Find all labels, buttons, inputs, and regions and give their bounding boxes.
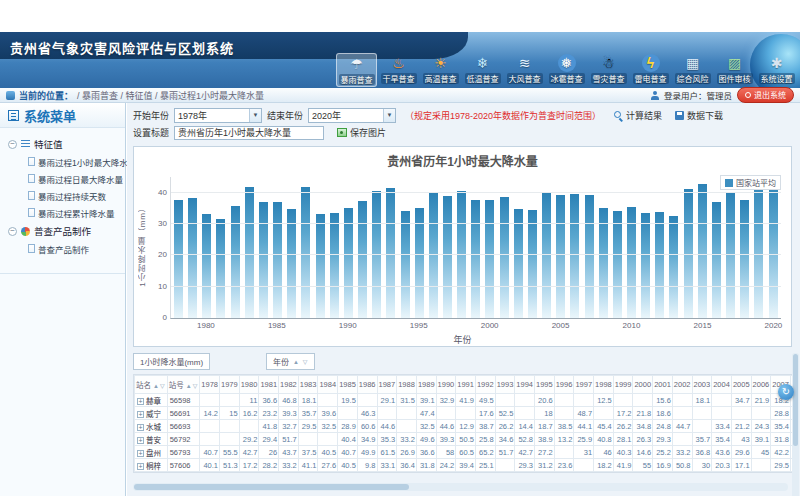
col-header-year[interactable]: 1979	[220, 376, 240, 394]
end-year-select[interactable]: 2020年▼	[308, 108, 396, 123]
col-header-year[interactable]: 1987	[377, 376, 397, 394]
col-header-year[interactable]: 1988	[397, 376, 417, 394]
bar-1989[interactable]	[330, 213, 339, 318]
col-header-year[interactable]: 1989	[416, 376, 436, 394]
bar-2001[interactable]	[500, 197, 509, 318]
nav-item-hot[interactable]: ☀高温普查	[420, 53, 461, 87]
bar-1987[interactable]	[301, 187, 310, 318]
expand-icon[interactable]: +	[137, 437, 144, 444]
col-header-year[interactable]: 2005	[731, 376, 751, 394]
bar-1979[interactable]	[188, 198, 197, 318]
tree-item[interactable]: 普查产品制作	[6, 240, 123, 257]
bar-2012[interactable]	[655, 212, 664, 319]
expand-icon[interactable]: +	[137, 411, 144, 418]
bar-1986[interactable]	[287, 209, 296, 318]
col-header-year[interactable]: 2002	[672, 376, 692, 394]
col-header-year[interactable]: 1986	[357, 376, 377, 394]
bar-1993[interactable]	[386, 188, 395, 318]
nav-item-cold[interactable]: ❄低温普查	[462, 53, 503, 87]
col-header-year[interactable]: 1990	[436, 376, 456, 394]
expand-icon[interactable]: +	[137, 450, 144, 457]
tree-group[interactable]: −特征值	[6, 134, 123, 153]
bar-1999[interactable]	[471, 200, 480, 318]
nav-item-risk[interactable]: ▦综合风险	[672, 53, 713, 87]
sort-icons[interactable]: ▲ ▽	[293, 358, 308, 365]
bar-1980[interactable]	[202, 214, 211, 318]
tree-item[interactable]: 暴雨过程持续天数	[6, 187, 123, 204]
measure-field-chip[interactable]: 1小时降水量(mm)	[133, 353, 210, 370]
bar-1991[interactable]	[358, 201, 367, 318]
bar-2016[interactable]	[712, 202, 721, 318]
bar-1981[interactable]	[216, 219, 225, 318]
station-name-cell[interactable]: +赫章	[135, 394, 168, 407]
station-name-cell[interactable]: +水城	[135, 420, 168, 433]
bar-2018[interactable]	[740, 200, 749, 318]
col-header-year[interactable]: 1999	[613, 376, 633, 394]
column-field-chip[interactable]: 年份▲ ▽	[266, 353, 315, 370]
col-header-year[interactable]: 1984	[318, 376, 338, 394]
bar-1997[interactable]	[443, 196, 452, 318]
col-header-year[interactable]: 1996	[554, 376, 574, 394]
collapse-icon[interactable]: −	[8, 227, 17, 236]
bar-1988[interactable]	[316, 214, 325, 318]
nav-item-snow[interactable]: ☃雪灾普查	[588, 53, 629, 87]
bar-2002[interactable]	[514, 209, 523, 318]
col-header-year[interactable]: 1980	[239, 376, 259, 394]
col-header-year[interactable]: 2006	[751, 376, 771, 394]
expand-icon[interactable]: +	[137, 424, 144, 431]
bar-1983[interactable]	[245, 187, 254, 318]
bar-1978[interactable]	[174, 200, 183, 318]
vertical-scrollbar[interactable]	[792, 353, 799, 496]
col-header-站号[interactable]: 站号 ▲▽	[167, 376, 200, 394]
col-header-year[interactable]: 1995	[535, 376, 555, 394]
sort-icons[interactable]: ▲▽	[153, 383, 166, 389]
tree-item[interactable]: 暴雨过程1小时最大降水量	[6, 153, 123, 170]
bar-2009[interactable]	[613, 211, 622, 318]
sort-icons[interactable]: ▲▽	[186, 383, 199, 389]
bar-2008[interactable]	[599, 208, 608, 318]
col-header-year[interactable]: 1998	[594, 376, 614, 394]
nav-item-settings[interactable]: ✱系统设置	[756, 53, 797, 87]
nav-item-lightning[interactable]: ϟ雷电普查	[630, 53, 671, 87]
start-year-select[interactable]: 1978年▼	[174, 108, 262, 123]
station-name-cell[interactable]: +威宁	[135, 407, 168, 420]
col-header-year[interactable]: 1983	[298, 376, 318, 394]
station-name-cell[interactable]: +盘州	[135, 446, 168, 459]
data-download-button[interactable]: 数据下载	[675, 109, 723, 122]
col-header-year[interactable]: 1997	[574, 376, 594, 394]
collapse-icon[interactable]: −	[8, 140, 17, 149]
expand-icon[interactable]: +	[137, 463, 144, 470]
station-name-cell[interactable]: +桐梓	[135, 459, 168, 472]
bar-2019[interactable]	[754, 178, 763, 318]
col-header-year[interactable]: 1978	[200, 376, 220, 394]
bar-1995[interactable]	[415, 208, 424, 318]
bar-2000[interactable]	[485, 200, 494, 318]
bar-1984[interactable]	[259, 202, 268, 318]
bar-1994[interactable]	[401, 211, 410, 319]
col-header-year[interactable]: 2001	[653, 376, 673, 394]
loading-refresh-icon[interactable]: ↻	[778, 384, 794, 400]
bar-2006[interactable]	[570, 194, 579, 318]
col-header-year[interactable]: 1993	[495, 376, 515, 394]
bar-2003[interactable]	[528, 210, 537, 318]
horizontal-scrollbar[interactable]	[133, 483, 788, 491]
nav-item-drought[interactable]: ♨干旱普查	[378, 53, 419, 87]
tree-group[interactable]: −普查产品制作	[6, 221, 123, 240]
col-header-year[interactable]: 1992	[475, 376, 495, 394]
calc-result-button[interactable]: 计算结果	[614, 109, 662, 122]
col-header-year[interactable]: 1994	[515, 376, 535, 394]
bar-2007[interactable]	[585, 195, 594, 318]
nav-item-rainstorm[interactable]: ☂暴雨普查	[336, 53, 377, 87]
col-header-year[interactable]: 2003	[692, 376, 712, 394]
bar-2020[interactable]	[769, 180, 778, 318]
col-header-year[interactable]: 1985	[338, 376, 358, 394]
tree-item[interactable]: 暴雨过程累计降水量	[6, 204, 123, 221]
col-header-year[interactable]: 1981	[259, 376, 279, 394]
nav-item-hail[interactable]: ❅冰雹普查	[546, 53, 587, 87]
bar-2004[interactable]	[542, 193, 551, 318]
col-header-year[interactable]: 1991	[456, 376, 476, 394]
nav-item-map[interactable]: ▨图件审核	[714, 53, 755, 87]
logout-button[interactable]: 退出系统	[737, 87, 794, 103]
save-image-button[interactable]: 保存图片	[337, 126, 386, 139]
station-name-cell[interactable]: +普安	[135, 433, 168, 446]
